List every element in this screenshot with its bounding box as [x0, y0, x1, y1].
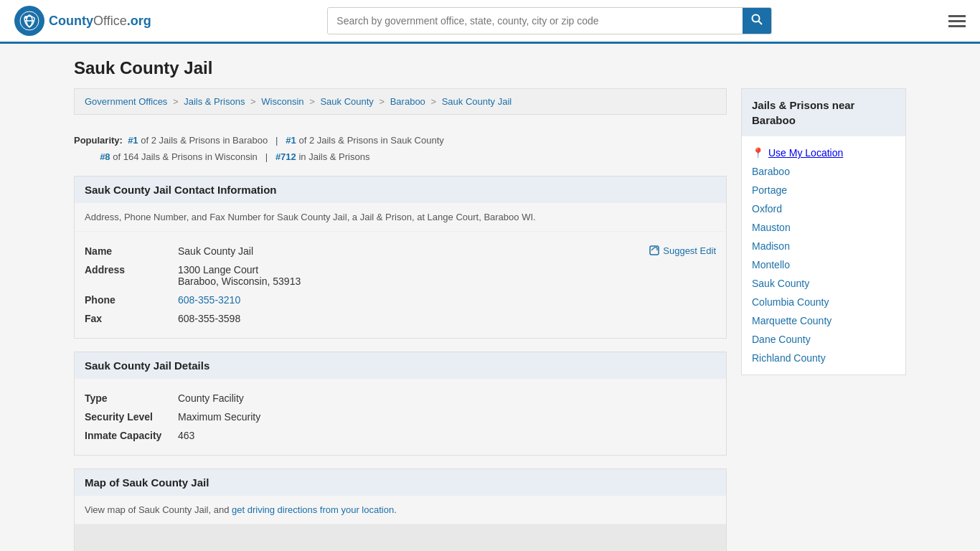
security-value: Maximum Security	[178, 411, 716, 423]
address-line2: Baraboo, Wisconsin, 53913	[178, 276, 716, 287]
sidebar-item-richland[interactable]: Richland County	[752, 349, 895, 367]
breadcrumb: Government Offices > Jails & Prisons > W…	[74, 88, 727, 115]
menu-line	[948, 20, 966, 22]
sidebar-item-montello[interactable]: Montello	[752, 255, 895, 274]
contact-table: Name Sauk County Jail Suggest Edit	[75, 232, 726, 338]
breadcrumb-link-sauk[interactable]: Sauk County	[320, 96, 373, 107]
rank2-text: of 2 Jails & Prisons in Sauk County	[298, 135, 443, 146]
address-row: Address 1300 Lange Court Baraboo, Wiscon…	[85, 260, 716, 291]
contact-header: Sauk County Jail Contact Information	[75, 176, 726, 203]
type-row: Type County Facility	[85, 389, 716, 408]
sidebar-title: Jails & Prisons near Baraboo	[742, 89, 905, 136]
phone-link[interactable]: 608-355-3210	[178, 294, 240, 306]
map-directions-link[interactable]: get driving directions from your locatio…	[232, 504, 394, 515]
sidebar-link-portage[interactable]: Portage	[752, 184, 787, 196]
breadcrumb-link-jails[interactable]: Jails & Prisons	[184, 96, 245, 107]
sidebar-item-baraboo[interactable]: Baraboo	[752, 162, 895, 181]
address-label: Address	[85, 264, 178, 276]
edit-icon	[649, 245, 659, 255]
search-icon	[751, 14, 763, 25]
sidebar: Jails & Prisons near Baraboo 📍 Use My Lo…	[741, 88, 906, 375]
breadcrumb-sep: >	[250, 96, 256, 107]
type-label: Type	[85, 392, 178, 404]
rank1-text: of 2 Jails & Prisons in Baraboo	[141, 135, 268, 146]
menu-line	[948, 15, 966, 17]
popularity-section: Popularity: #1 of 2 Jails & Prisons in B…	[74, 125, 727, 176]
sidebar-item-dane[interactable]: Dane County	[752, 330, 895, 349]
sidebar-link-oxford[interactable]: Oxford	[752, 203, 782, 215]
contact-section: Sauk County Jail Contact Information Add…	[74, 176, 727, 339]
security-label: Security Level	[85, 411, 178, 423]
svg-line-5	[759, 22, 763, 25]
search-area	[327, 7, 772, 34]
sidebar-link-baraboo[interactable]: Baraboo	[752, 166, 790, 177]
sidebar-item-oxford[interactable]: Oxford	[752, 199, 895, 218]
location-pin-icon: 📍	[752, 147, 764, 159]
name-value: Sauk County Jail	[178, 245, 649, 257]
logo-text: CountyOffice.org	[49, 14, 151, 29]
map-desc: View map of Sauk County Jail, and get dr…	[75, 496, 726, 524]
type-value: County Facility	[178, 392, 716, 404]
use-location-item: 📍 Use My Location	[752, 143, 895, 162]
rank4-text: in Jails & Prisons	[298, 151, 369, 162]
breadcrumb-link-jail[interactable]: Sauk County Jail	[442, 96, 512, 107]
sidebar-link-marquette[interactable]: Marquette County	[752, 315, 831, 326]
sidebar-link-mauston[interactable]: Mauston	[752, 222, 791, 233]
breadcrumb-link-wi[interactable]: Wisconsin	[261, 96, 303, 107]
sidebar-link-montello[interactable]: Montello	[752, 259, 790, 270]
search-input[interactable]	[328, 8, 743, 34]
suggest-edit-link[interactable]: Suggest Edit	[649, 245, 716, 256]
rank3: #8	[100, 151, 110, 162]
sidebar-link-sauk[interactable]: Sauk County	[752, 278, 809, 289]
contact-desc: Address, Phone Number, and Fax Number fo…	[75, 203, 726, 232]
fax-value: 608-355-3598	[178, 313, 716, 324]
address-line1: 1300 Lange Court	[178, 264, 716, 276]
sidebar-item-mauston[interactable]: Mauston	[752, 218, 895, 237]
sidebar-link-dane[interactable]: Dane County	[752, 334, 811, 345]
popularity-label: Popularity:	[74, 135, 123, 146]
security-row: Security Level Maximum Security	[85, 408, 716, 426]
breadcrumb-link-baraboo[interactable]: Baraboo	[390, 96, 425, 107]
menu-line	[948, 25, 966, 27]
sidebar-link-madison[interactable]: Madison	[752, 240, 790, 252]
sidebar-box: Jails & Prisons near Baraboo 📍 Use My Lo…	[741, 88, 906, 375]
breadcrumb-link-gov[interactable]: Government Offices	[85, 96, 167, 107]
capacity-value: 463	[178, 430, 716, 441]
capacity-row: Inmate Capacity 463	[85, 426, 716, 445]
sidebar-link-richland[interactable]: Richland County	[752, 352, 826, 364]
name-row: Name Sauk County Jail Suggest Edit	[85, 242, 716, 260]
map-placeholder: Sauk County Jail Division Randy Kaufman,…	[75, 524, 726, 551]
page-wrapper: Sauk County Jail Government Offices > Ja…	[60, 44, 920, 551]
details-table: Type County Facility Security Level Maxi…	[75, 379, 726, 455]
phone-value: 608-355-3210	[178, 294, 716, 306]
main-content: Government Offices > Jails & Prisons > W…	[74, 88, 727, 551]
rank2: #1	[286, 135, 296, 146]
svg-point-4	[753, 15, 760, 22]
map-desc-text: View map of Sauk County Jail, and	[85, 504, 229, 515]
capacity-label: Inmate Capacity	[85, 430, 178, 441]
rank1: #1	[128, 135, 138, 146]
sidebar-link-columbia[interactable]: Columbia County	[752, 296, 829, 308]
sidebar-item-marquette[interactable]: Marquette County	[752, 311, 895, 330]
name-label: Name	[85, 245, 178, 257]
map-header: Map of Sauk County Jail	[75, 469, 726, 496]
details-header: Sauk County Jail Details	[75, 352, 726, 379]
map-section: Map of Sauk County Jail View map of Sauk…	[74, 468, 727, 551]
breadcrumb-sep: >	[173, 96, 179, 107]
sidebar-item-columbia[interactable]: Columbia County	[752, 293, 895, 311]
sidebar-item-sauk[interactable]: Sauk County	[752, 274, 895, 293]
menu-button[interactable]	[948, 15, 966, 27]
rank3-text: of 164 Jails & Prisons in Wisconsin	[113, 151, 258, 162]
header: CountyOffice.org	[0, 0, 980, 44]
address-value: 1300 Lange Court Baraboo, Wisconsin, 539…	[178, 264, 716, 287]
search-box	[327, 7, 772, 34]
use-location-link[interactable]: Use My Location	[768, 147, 843, 159]
svg-point-3	[24, 16, 27, 19]
search-button[interactable]	[743, 8, 771, 34]
fax-row: Fax 608-355-3598	[85, 309, 716, 328]
rank4: #712	[275, 151, 296, 162]
sidebar-list: 📍 Use My Location Baraboo Portage Oxford…	[742, 136, 905, 375]
sidebar-item-madison[interactable]: Madison	[752, 237, 895, 255]
sidebar-item-portage[interactable]: Portage	[752, 181, 895, 199]
phone-label: Phone	[85, 294, 178, 306]
